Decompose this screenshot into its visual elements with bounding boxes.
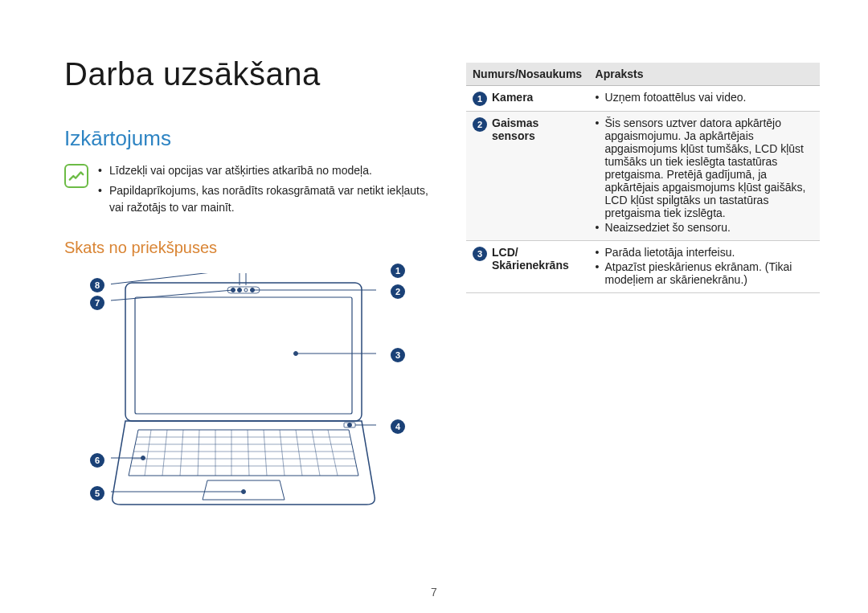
num-circle: 2 [473, 117, 487, 132]
desc-item: Atpazīst pieskārienus ekrānam. (Tikai mo… [596, 260, 813, 286]
svg-point-25 [238, 288, 242, 292]
num-circle: 6 [90, 453, 104, 468]
section-title: Izkārtojums [64, 126, 434, 151]
svg-point-33 [231, 288, 235, 292]
callout-6: 6 [90, 453, 104, 468]
callout-1: 1 [391, 264, 405, 278]
num-circle: 2 [391, 284, 405, 299]
spec-table: Numurs/Nosaukums Apraksts 1 Kamera Uzņem… [466, 63, 820, 293]
row-name: LCD/ Skārienekrāns [492, 246, 569, 272]
num-circle: 4 [391, 419, 405, 434]
svg-line-22 [312, 430, 320, 476]
svg-line-13 [162, 430, 167, 476]
svg-point-28 [348, 423, 352, 427]
num-circle: 5 [90, 486, 104, 501]
row-name: Gaismas sensors [492, 116, 583, 142]
svg-point-3 [244, 288, 248, 292]
num-circle: 8 [90, 278, 104, 292]
chapter-title: Darba uzsākšana [64, 56, 434, 92]
desc-item: Parāda lietotāja interfeisu. [596, 246, 813, 259]
svg-point-26 [251, 288, 255, 292]
callout-3: 3 [391, 348, 405, 362]
note-box: Līdzekļi vai opcijas var atšķirties atka… [64, 162, 434, 219]
desc-item: Uzņem fotoattēlus vai video. [596, 91, 813, 104]
num-circle: 1 [391, 264, 405, 278]
desc-item: Šis sensors uztver datora apkārtējo apga… [596, 116, 813, 219]
num-circle: 1 [473, 92, 487, 106]
callout-2: 2 [391, 284, 405, 299]
num-circle: 3 [473, 247, 487, 261]
svg-rect-1 [135, 297, 352, 414]
laptop-diagram: 1 2 3 4 5 6 7 8 [71, 265, 416, 522]
laptop-svg [111, 273, 376, 514]
note-icon [64, 164, 88, 188]
callout-4: 4 [391, 419, 405, 434]
svg-line-23 [328, 430, 338, 476]
row-name: Kamera [492, 91, 533, 104]
th-num-name: Numurs/Nosaukums [466, 63, 589, 86]
svg-line-12 [145, 430, 151, 476]
note-list: Līdzekļi vai opcijas var atšķirties atka… [98, 162, 434, 219]
svg-line-20 [280, 430, 285, 476]
subsection-title: Skats no priekšpuses [64, 239, 434, 257]
svg-point-27 [294, 352, 298, 356]
table-row: 1 Kamera Uzņem fotoattēlus vai video. [466, 86, 820, 112]
note-item: Līdzekļi vai opcijas var atšķirties atka… [98, 162, 434, 179]
th-desc: Apraksts [589, 63, 820, 86]
table-row: 2 Gaismas sensors Šis sensors uztver dat… [466, 112, 820, 241]
page-number: 7 [0, 586, 868, 599]
svg-rect-0 [125, 283, 362, 421]
callout-7: 7 [90, 296, 104, 310]
svg-line-14 [180, 430, 183, 476]
svg-line-15 [198, 430, 199, 476]
note-item: Papildaprīkojums, kas norādīts rokasgrām… [98, 182, 434, 216]
num-circle: 3 [391, 348, 405, 362]
callout-8: 8 [90, 278, 104, 292]
svg-line-21 [296, 430, 302, 476]
num-circle: 7 [90, 296, 104, 310]
table-row: 3 LCD/ Skārienekrāns Parāda lietotāja in… [466, 241, 820, 293]
callout-5: 5 [90, 486, 104, 501]
svg-line-19 [264, 430, 267, 476]
svg-line-18 [248, 430, 249, 476]
desc-item: Neaizsedziet šo sensoru. [596, 221, 813, 234]
